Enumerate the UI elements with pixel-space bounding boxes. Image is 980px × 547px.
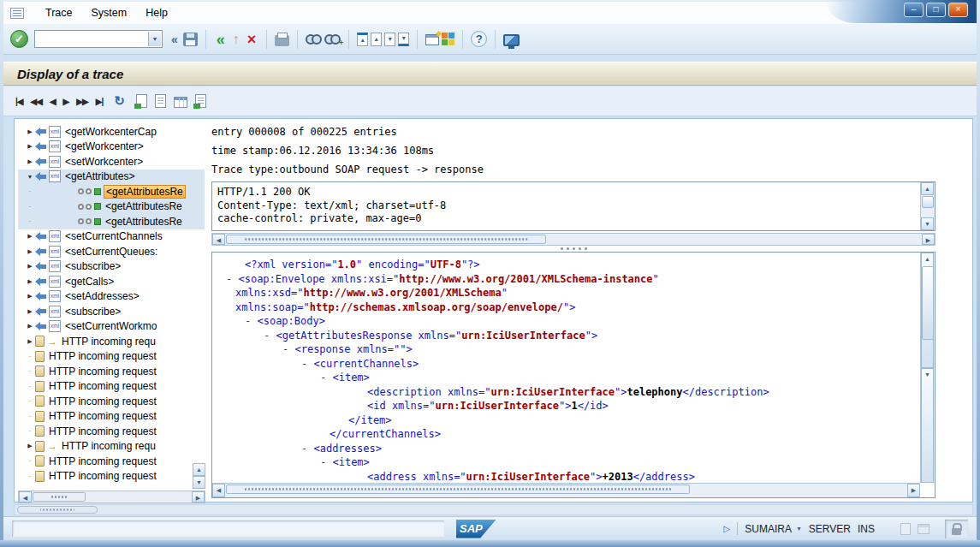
scroll-track[interactable] xyxy=(225,234,922,245)
tree-item-label[interactable]: HTTP incoming request xyxy=(47,455,158,467)
tree-item[interactable]: ·<getAttributesRe xyxy=(18,214,205,229)
tree-vertical-scrollbar[interactable]: ▲ ▼ xyxy=(193,463,205,489)
tree-item-label[interactable]: <getAttributesRe xyxy=(104,185,186,199)
scroll-thumb[interactable] xyxy=(33,492,86,502)
scroll-down-icon[interactable]: ▼ xyxy=(921,217,934,230)
scroll-thumb[interactable] xyxy=(17,506,98,514)
collapse-marker[interactable]: - xyxy=(226,273,238,285)
tree-item[interactable]: ·HTTP incoming request xyxy=(18,409,205,425)
caret-right-icon[interactable]: ▶ xyxy=(25,248,35,255)
minimize-button[interactable]: – xyxy=(904,3,924,17)
tree-horizontal-scrollbar[interactable]: ◀ ▶ xyxy=(18,491,205,503)
caret-right-icon[interactable]: ▶ xyxy=(25,278,35,285)
save-button[interactable] xyxy=(183,33,198,46)
menu-trace[interactable]: Trace xyxy=(36,4,82,21)
collapse-marker[interactable]: - xyxy=(320,372,332,383)
first-entry-button[interactable]: |◀ xyxy=(15,97,23,106)
tree-item-label[interactable]: HTTP incoming request xyxy=(47,410,158,422)
previous-entry-button[interactable]: ◀ xyxy=(50,97,56,106)
tree-item-label[interactable]: <getAttributes> xyxy=(63,170,136,182)
headers-horizontal-scrollbar[interactable]: ◀ ▶ xyxy=(211,233,935,246)
exit-button[interactable]: ↑ xyxy=(230,32,242,47)
caret-right-icon[interactable]: ▶ xyxy=(25,293,35,300)
tree-item-label[interactable]: <getWorkcenter> xyxy=(63,140,146,152)
cancel-button[interactable]: × xyxy=(245,32,259,47)
tree-item[interactable]: ·HTTP incoming request xyxy=(18,379,205,395)
tree-item-label[interactable]: HTTP incoming request xyxy=(47,425,158,437)
new-session-button[interactable] xyxy=(425,34,439,45)
create-shortcut-button[interactable] xyxy=(442,33,454,45)
tree-item[interactable]: ▶xml<subscribe> xyxy=(18,304,205,319)
tree-item-label[interactable]: <getCalls> xyxy=(63,276,116,288)
tree-item[interactable]: ·<getAttributesRe xyxy=(18,199,205,215)
caret-right-icon[interactable]: ▶ xyxy=(25,443,35,449)
scroll-right-icon[interactable]: ▶ xyxy=(192,491,205,502)
scroll-left-icon[interactable]: ◀ xyxy=(212,484,225,497)
tree-item[interactable]: ▶xml<setCurrentQueues: xyxy=(18,244,205,259)
tree-item[interactable]: ▶xml<subscribe> xyxy=(18,259,205,275)
tree-item-label[interactable]: HTTP incoming request xyxy=(47,350,158,362)
find-button[interactable] xyxy=(306,33,322,45)
scroll-left-icon[interactable]: ◀ xyxy=(212,234,225,245)
tree-item-label[interactable]: HTTP incoming requ xyxy=(60,440,157,452)
close-button[interactable]: × xyxy=(948,3,968,17)
tree-item[interactable]: ▶→HTTP incoming requ xyxy=(18,334,205,349)
tree-item-label[interactable]: <setCurrentQueues: xyxy=(63,246,159,258)
tree-item-label[interactable]: HTTP incoming request xyxy=(47,380,158,392)
tree-item-label[interactable]: HTTP incoming request xyxy=(47,366,158,378)
headers-vertical-scrollbar[interactable]: ▲ ▼ xyxy=(920,182,935,230)
scroll-track[interactable] xyxy=(32,491,192,502)
command-dropdown-icon[interactable]: ▼ xyxy=(148,32,161,46)
tree-item[interactable]: ▶xml<setCurrentChannels xyxy=(18,229,205,245)
tree-item-label[interactable]: HTTP incoming request xyxy=(47,470,158,482)
tree-item[interactable]: ▼xml<getAttributes> xyxy=(18,169,205,185)
next-page-button[interactable]: ▼ xyxy=(384,33,395,46)
scroll-down-icon[interactable]: ▼ xyxy=(921,368,934,484)
customize-layout-button[interactable] xyxy=(503,34,520,46)
refresh-button[interactable]: ↻ xyxy=(114,93,125,109)
next-block-button[interactable]: ▶▶ xyxy=(76,97,87,106)
scroll-thumb[interactable] xyxy=(226,485,690,494)
menu-help[interactable]: Help xyxy=(136,4,177,21)
save-file-button[interactable] xyxy=(136,94,147,108)
xml-horizontal-scrollbar[interactable]: ◀ ▶ xyxy=(212,483,920,497)
tree-item-label[interactable]: <subscribe> xyxy=(63,260,122,272)
tree-item-label[interactable]: <setAddresses> xyxy=(63,290,141,302)
scroll-thumb[interactable] xyxy=(922,196,934,208)
last-entry-button[interactable]: ▶| xyxy=(96,97,104,106)
user-field[interactable]: SUMAIRA ▼ xyxy=(745,523,802,535)
tree-item-label[interactable]: <getAttributesRe xyxy=(104,216,184,228)
expand-status-icon[interactable]: ▷ xyxy=(724,524,731,533)
scroll-right-icon[interactable]: ▶ xyxy=(907,484,920,497)
tree-item-label[interactable]: <getAttributesRe xyxy=(104,200,184,212)
tree-item-label[interactable]: <setWorkcenter> xyxy=(63,156,145,168)
collapse-marker[interactable]: - xyxy=(320,456,332,468)
tree-item-label[interactable]: <setCurrentWorkmo xyxy=(63,320,158,332)
command-field[interactable]: ▼ xyxy=(34,30,163,48)
xml-content[interactable]: <?xml version="1.0" encoding="UTF-8"?>- … xyxy=(214,258,918,482)
previous-block-button[interactable]: ◀◀ xyxy=(31,97,42,106)
scroll-down-icon[interactable]: ▼ xyxy=(193,476,205,489)
previous-page-button[interactable]: ▲ xyxy=(371,33,382,46)
tree-item[interactable]: ▶xml<setWorkcenter> xyxy=(18,154,205,169)
collapse-marker[interactable]: - xyxy=(245,315,257,327)
tree-item[interactable]: ·HTTP incoming request xyxy=(18,469,205,485)
xml-vertical-scrollbar[interactable]: ▲ ▼ xyxy=(920,253,935,483)
caret-right-icon[interactable]: ▶ xyxy=(25,233,35,240)
caret-right-icon[interactable]: ▶ xyxy=(25,338,35,345)
tree-item[interactable]: ·HTTP incoming request xyxy=(18,394,205,409)
scroll-left-icon[interactable]: ◀ xyxy=(19,491,32,502)
caret-right-icon[interactable]: ▶ xyxy=(25,323,35,330)
collapse-marker[interactable]: - xyxy=(301,443,313,455)
caret-right-icon[interactable]: ▶ xyxy=(25,128,35,135)
collapse-marker[interactable]: - xyxy=(264,330,276,342)
user-dropdown-icon[interactable]: ▼ xyxy=(796,526,802,532)
next-entry-button[interactable]: ▶ xyxy=(63,97,69,106)
caret-down-icon[interactable]: ▼ xyxy=(25,174,35,180)
scroll-thumb[interactable] xyxy=(226,235,546,244)
last-page-button[interactable]: ▼ xyxy=(398,33,409,46)
caret-right-icon[interactable]: ▶ xyxy=(25,143,35,150)
scroll-track[interactable] xyxy=(225,484,907,497)
tree-item[interactable]: ▶xml<setAddresses> xyxy=(18,289,205,305)
tree-item-label[interactable]: <getWorkcenterCap xyxy=(63,126,158,138)
